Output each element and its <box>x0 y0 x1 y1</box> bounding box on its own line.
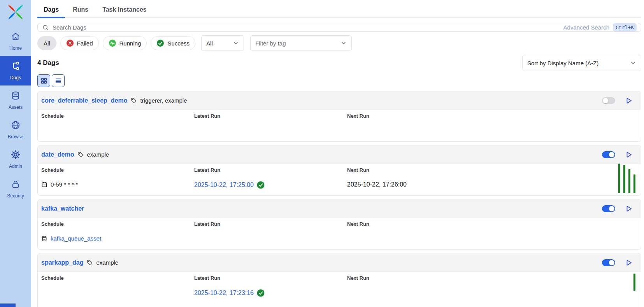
sidebar-item-label: Home <box>9 45 22 51</box>
chevron-down-icon <box>233 40 239 46</box>
dag-link[interactable]: core_deferrable_sleep_demo <box>41 97 127 104</box>
database-icon <box>11 91 21 102</box>
dag-tags: example <box>96 259 118 266</box>
card-view-button[interactable] <box>37 74 50 87</box>
dag-link[interactable]: kafka_watcher <box>41 205 84 212</box>
filter-chip-failed[interactable]: Failed <box>60 36 99 50</box>
dag-card-body: Schedule 0-59 * * * * Latest Run <box>38 164 641 195</box>
run-bar[interactable] <box>623 165 625 193</box>
latest-run-link[interactable]: 2025-10-22, 17:25:00 <box>194 181 254 188</box>
latest-run-link[interactable]: 2025-10-22, 17:23:16 <box>194 290 254 297</box>
filter-chip-running[interactable]: Running <box>103 36 147 50</box>
tab-bar: Dags Runs Task Instances <box>37 0 641 18</box>
search-icon <box>42 24 49 31</box>
run-bar[interactable] <box>628 169 630 193</box>
search-input[interactable] <box>53 24 560 31</box>
filter-chip-failed-label: Failed <box>77 40 93 47</box>
tab-task-instances[interactable]: Task Instances <box>96 6 153 17</box>
dag-card-body: Schedule Latest Run 2025-10-22, 17:23:16 <box>38 272 641 307</box>
state-filter-value: All <box>206 40 213 47</box>
sidebar: Home Dags A <box>0 0 31 307</box>
next-run-column-header: Next Run <box>347 221 633 227</box>
search-bar: Advanced Search Ctrl+K <box>37 23 641 32</box>
sidebar-nav: Home Dags A <box>0 26 31 204</box>
dag-card-body: Schedule kafka_queue_asset <box>38 218 641 249</box>
state-filter-select[interactable]: All <box>201 35 244 51</box>
schedule-column-header: Schedule <box>41 113 194 119</box>
asset-database-icon <box>41 235 47 242</box>
dag-link[interactable]: sparkapp_dag <box>41 259 83 266</box>
sidebar-item-security[interactable]: Security <box>0 174 31 204</box>
dag-pause-toggle[interactable] <box>602 151 615 158</box>
tag-icon <box>86 259 93 266</box>
play-icon <box>625 97 633 105</box>
running-status-icon <box>109 39 116 47</box>
dag-pause-toggle[interactable] <box>602 205 615 212</box>
success-check-icon <box>257 289 265 297</box>
tab-runs[interactable]: Runs <box>67 6 95 17</box>
toggle-knob <box>603 98 608 103</box>
latest-run-column-header: Latest Run <box>194 167 347 173</box>
sidebar-item-dags[interactable]: Dags <box>0 56 31 85</box>
sidebar-bottom-accent <box>0 304 16 307</box>
gear-icon <box>11 150 21 161</box>
filter-chip-all[interactable]: All <box>37 36 56 50</box>
table-view-button[interactable] <box>52 74 65 87</box>
trigger-dag-button[interactable] <box>625 150 633 159</box>
sidebar-item-home[interactable]: Home <box>0 26 31 56</box>
app-window: Home Dags A <box>0 0 644 307</box>
run-bar[interactable] <box>633 174 635 193</box>
globe-icon <box>11 120 21 132</box>
dag-list: core_deferrable_sleep_demo triggerer, ex… <box>37 91 641 307</box>
dag-graph-icon <box>11 61 21 73</box>
toggle-knob <box>609 206 614 211</box>
advanced-search-link[interactable]: Advanced Search <box>563 24 609 31</box>
lock-icon <box>11 179 21 191</box>
filter-chip-success[interactable]: Success <box>151 36 195 50</box>
sort-select[interactable]: Sort by Display Name (A-Z) <box>522 55 641 71</box>
trigger-dag-button[interactable] <box>625 204 633 213</box>
filter-chip-running-label: Running <box>119 40 141 47</box>
tab-dags[interactable]: Dags <box>37 6 65 17</box>
airflow-logo[interactable] <box>7 3 25 21</box>
success-check-icon <box>257 181 265 189</box>
run-bar[interactable] <box>618 164 620 193</box>
dag-tags: example <box>87 151 109 158</box>
recent-runs-bar-chart[interactable] <box>618 164 635 193</box>
schedule-asset-link[interactable]: kafka_queue_asset <box>51 235 101 242</box>
chevron-down-icon <box>630 60 636 66</box>
dag-pause-toggle[interactable] <box>602 259 615 266</box>
latest-run-column-header: Latest Run <box>194 113 347 119</box>
play-icon <box>625 151 633 159</box>
dag-card-header: core_deferrable_sleep_demo triggerer, ex… <box>38 91 641 110</box>
calendar-icon <box>41 181 47 188</box>
chevron-down-icon <box>340 40 347 46</box>
sidebar-item-assets[interactable]: Assets <box>0 85 31 115</box>
grid-icon <box>40 77 47 84</box>
trigger-dag-button[interactable] <box>625 258 633 267</box>
dag-card-sparkapp_dag: sparkapp_dag example <box>37 253 641 307</box>
toggle-knob <box>609 152 614 157</box>
search-shortcut-badge: Ctrl+K <box>613 23 637 31</box>
trigger-dag-button[interactable] <box>625 96 633 105</box>
success-status-icon <box>156 39 164 47</box>
tag-filter-select[interactable]: Filter by tag <box>250 35 352 51</box>
sidebar-item-browse[interactable]: Browse <box>0 115 31 145</box>
schedule-value: 0-59 * * * * <box>51 181 78 188</box>
play-icon <box>625 205 633 213</box>
play-icon <box>625 259 633 267</box>
dag-tags: triggerer, example <box>140 97 187 104</box>
dag-link[interactable]: date_demo <box>41 151 74 158</box>
recent-runs-bar-chart[interactable] <box>633 274 635 291</box>
sidebar-item-admin[interactable]: Admin <box>0 145 31 174</box>
tag-filter-placeholder: Filter by tag <box>255 40 286 47</box>
next-run-column-header: Next Run <box>347 275 633 281</box>
dag-pause-toggle[interactable] <box>602 97 615 104</box>
next-run-column-header: Next Run <box>347 167 633 173</box>
list-icon <box>55 77 62 84</box>
main-content: Dags Runs Task Instances Advanced Search… <box>31 0 644 307</box>
run-bar[interactable] <box>633 274 635 291</box>
home-icon <box>11 31 21 43</box>
tag-icon <box>130 97 137 104</box>
summary-row: 4 Dags Sort by Display Name (A-Z) <box>37 55 641 71</box>
